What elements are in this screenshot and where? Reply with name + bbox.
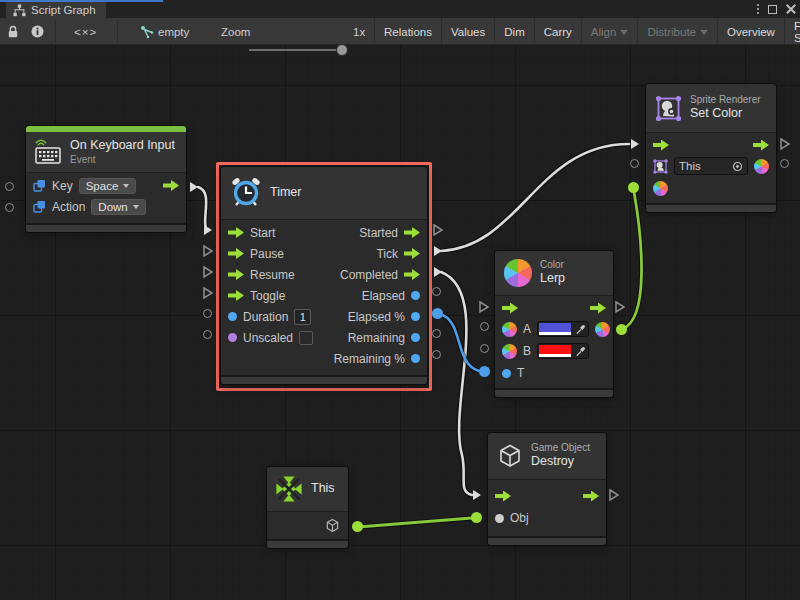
variable-icon [33,200,46,213]
fullscreen-button[interactable]: Full Screen [784,18,800,45]
trigger-out-port-icon[interactable] [404,227,420,238]
trigger-in-port-icon[interactable] [502,303,518,314]
overview-button[interactable]: Overview [717,18,784,45]
color-a-field[interactable] [537,321,589,337]
port-lerp-a[interactable] [480,322,489,331]
value-out-port-icon[interactable] [411,312,420,321]
dim-button[interactable]: Dim [494,18,533,45]
trigger-in-port-icon[interactable] [653,140,669,151]
action-dropdown[interactable]: Down [91,199,145,215]
relations-button[interactable]: Relations [374,18,441,45]
eyedropper-icon[interactable] [573,346,587,357]
value-in-port-icon[interactable] [228,333,237,342]
node-category: Color [540,259,565,272]
target-picker-icon[interactable] [732,161,743,172]
window-menu-icon[interactable] [757,8,759,10]
value-in-port-icon[interactable] [228,312,237,321]
color-wheel-icon [504,259,532,287]
trigger-out-port-icon[interactable] [404,248,420,259]
cube-out-port-icon[interactable] [325,518,340,533]
duration-input[interactable]: 1 [294,309,311,325]
port-key-in[interactable] [5,182,14,191]
port-setcolor-color-in[interactable] [628,182,639,193]
key-dropdown[interactable]: Space [79,178,137,194]
port-timer-resume[interactable] [202,265,214,283]
trigger-out-port-icon[interactable] [590,303,606,314]
port-lerp-t[interactable] [479,366,490,377]
graph-pointer-icon [140,18,154,45]
color-b-field[interactable] [537,343,589,359]
trigger-out-port-icon[interactable] [404,269,420,280]
port-setcolor-value-out[interactable] [780,159,789,168]
port-lerp-trigger-out[interactable] [614,300,626,318]
code-view-toggle[interactable]: <×> [74,18,97,45]
values-button[interactable]: Values [441,18,494,45]
carry-button[interactable]: Carry [534,18,581,45]
trigger-out-port-icon[interactable] [753,140,769,151]
node-timer[interactable]: Timer Start Started Pause Tick Resume Co… [221,167,427,384]
port-timer-completed[interactable] [432,265,444,283]
node-title: This [311,481,335,497]
port-this-out[interactable] [352,521,363,532]
port-lerp-b[interactable] [480,344,489,353]
port-timer-duration[interactable] [203,309,212,318]
node-this[interactable]: This [267,467,348,548]
zoom-slider-handle[interactable] [336,44,348,56]
unscaled-checkbox[interactable] [299,331,313,345]
port-lerp-color-out[interactable] [616,324,627,335]
target-object-field[interactable]: This [674,157,748,175]
port-timer-elapsed-pct[interactable] [432,308,443,319]
port-destroy-trigger-out[interactable] [608,488,620,506]
trigger-out-port-icon[interactable] [583,491,599,502]
lock-icon[interactable] [7,18,19,45]
eyedropper-icon[interactable] [573,324,587,335]
port-timer-elapsed[interactable] [432,287,441,296]
tab-script-graph[interactable]: Script Graph [6,2,106,18]
close-icon[interactable] [786,4,796,14]
port-timer-unscaled[interactable] [203,330,212,339]
port-setcolor-trigger-in[interactable] [629,137,641,155]
maximize-icon[interactable] [768,5,777,14]
port-timer-tick[interactable] [432,244,444,262]
port-timer-remaining-pct[interactable] [432,350,441,359]
info-icon[interactable] [31,18,44,45]
value-out-port-icon[interactable] [411,333,420,342]
node-title: Timer [270,185,301,201]
trigger-in-port-icon[interactable] [228,290,244,301]
port-timer-start[interactable] [202,223,214,241]
value-out-port-icon[interactable] [411,291,420,300]
titlebar: Script Graph [0,0,800,18]
node-title: Lerp [540,271,565,287]
value-in-port-icon[interactable] [502,369,511,378]
node-destroy[interactable]: Game Object Destroy Obj [488,433,606,545]
trigger-in-port-icon[interactable] [228,227,244,238]
node-color-lerp[interactable]: Color Lerp A B T [495,251,613,397]
trigger-in-port-icon[interactable] [495,491,511,502]
zoom-slider-track[interactable] [249,49,339,51]
port-destroy-trigger-in[interactable] [471,488,483,506]
port-timer-started[interactable] [432,223,444,241]
port-setcolor-trigger-out[interactable] [779,137,791,155]
port-setcolor-target-in[interactable] [630,159,639,168]
node-on-keyboard-input[interactable]: On Keyboard Input Event Key Space Action… [26,126,186,232]
trigger-in-port-icon[interactable] [228,248,244,259]
port-timer-pause[interactable] [202,244,214,262]
node-set-color[interactable]: Sprite Renderer Set Color This [646,84,776,212]
value-out-port-icon[interactable] [411,354,420,363]
sprite-renderer-icon [655,95,682,122]
port-timer-remaining[interactable] [432,329,441,338]
obj-label: Obj [510,511,529,525]
distribute-button: Distribute [637,18,717,45]
port-timer-toggle[interactable] [202,286,214,304]
port-lerp-trigger-in[interactable] [478,300,490,318]
a-label: A [523,322,531,336]
port-keyboard-trigger-out[interactable] [188,180,200,198]
action-label: Action [52,200,85,214]
port-action-in[interactable] [5,203,14,212]
trigger-in-port-icon[interactable] [228,269,244,280]
port-destroy-obj-in[interactable] [471,512,482,523]
value-in-port-icon[interactable] [495,514,504,523]
toolbar: <×> empty Zoom 1x Relations Values Dim C… [0,18,800,45]
trigger-out-port-icon[interactable] [163,180,179,191]
node-category: Game Object [531,442,590,455]
